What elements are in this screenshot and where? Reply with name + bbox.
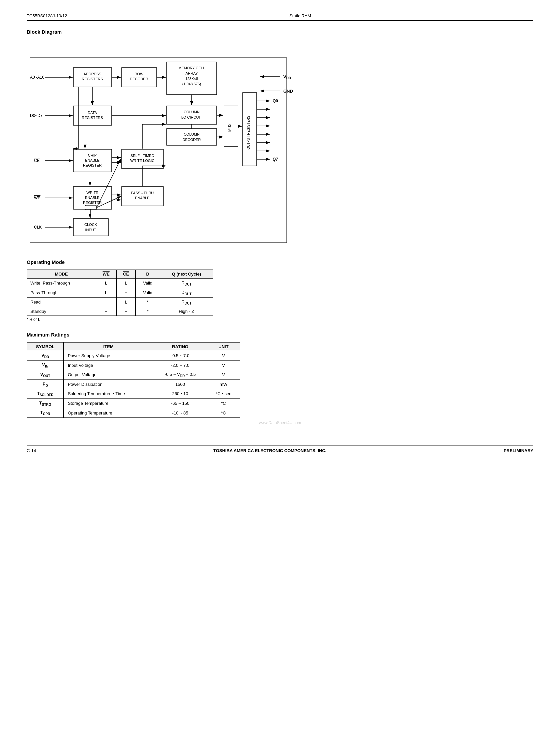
cell-d: * bbox=[136, 298, 160, 307]
footer-left: C-14 bbox=[27, 448, 36, 453]
col-header-symbol: SYMBOL bbox=[27, 342, 64, 351]
svg-text:COLUMN: COLUMN bbox=[184, 110, 200, 114]
cell-symbol: TSOLDER bbox=[27, 389, 64, 399]
cell-unit: V bbox=[207, 351, 240, 361]
cell-mode: Pass-Through bbox=[27, 288, 96, 298]
svg-rect-93 bbox=[30, 58, 287, 243]
cell-q: DOUT bbox=[160, 279, 213, 288]
cell-rating: 260 • 10 bbox=[153, 389, 207, 399]
svg-text:VDD: VDD bbox=[283, 74, 291, 80]
cell-item: Operating Temperature bbox=[64, 408, 153, 418]
svg-rect-36 bbox=[73, 219, 108, 236]
svg-text:DATA: DATA bbox=[88, 110, 97, 115]
svg-text:(1,048,576): (1,048,576) bbox=[182, 82, 201, 86]
header-left: TC55BS8128J-10/12 bbox=[27, 13, 67, 18]
svg-text:REGISTERS: REGISTERS bbox=[82, 116, 103, 120]
table-row: VINInput Voltage-2.0 ~ 7.0V bbox=[27, 361, 240, 370]
block-diagram-svg: ADDRESS REGISTERS ROW DECODER MEMORY CEL… bbox=[27, 39, 293, 246]
cell-d: Valid bbox=[136, 279, 160, 288]
col-header-ce: CE bbox=[116, 270, 136, 279]
cell-item: Output Voltage bbox=[64, 370, 153, 380]
svg-text:WRITE: WRITE bbox=[86, 190, 98, 195]
cell-unit: mW bbox=[207, 380, 240, 389]
svg-text:CLOCK: CLOCK bbox=[84, 223, 97, 227]
cell-symbol: PD bbox=[27, 380, 64, 389]
svg-text:ENABLE: ENABLE bbox=[135, 196, 149, 200]
operating-mode-section: Operating Mode MODE WE CE D Q (next Cycl… bbox=[27, 259, 533, 322]
table-row: TSTRGStorage Temperature-65 ~ 150°C bbox=[27, 399, 240, 408]
cell-item: Power Dissipation bbox=[64, 380, 153, 389]
svg-text:GND: GND bbox=[283, 89, 293, 94]
page-header: TC55BS8128J-10/12 Static RAM bbox=[27, 13, 533, 21]
table-row: ReadHL*DOUT bbox=[27, 298, 213, 307]
col-header-mode: MODE bbox=[27, 270, 96, 279]
svg-text:ADDRESS: ADDRESS bbox=[83, 72, 101, 76]
cell-mode: Read bbox=[27, 298, 96, 307]
col-header-unit: UNIT bbox=[207, 342, 240, 351]
table-row: StandbyHH*High - Z bbox=[27, 307, 213, 315]
svg-text:SELF - TIMED: SELF - TIMED bbox=[130, 154, 154, 158]
cell-unit: °C • sec bbox=[207, 389, 240, 399]
svg-text:DECODER: DECODER bbox=[130, 77, 148, 81]
table-row: Pass-ThroughLHValidDOUT bbox=[27, 288, 213, 298]
cell-we: H bbox=[96, 307, 116, 315]
col-header-d: D bbox=[136, 270, 160, 279]
cell-symbol: VOUT bbox=[27, 370, 64, 380]
svg-text:PASS - THRU: PASS - THRU bbox=[131, 191, 154, 195]
maximum-ratings-section: Maximum Ratings SYMBOL ITEM RATING UNIT … bbox=[27, 332, 533, 425]
block-diagram-container: ADDRESS REGISTERS ROW DECODER MEMORY CEL… bbox=[27, 39, 293, 246]
svg-text:CE: CE bbox=[34, 158, 40, 163]
svg-text:WRITE LOGIC: WRITE LOGIC bbox=[130, 159, 155, 163]
svg-text:REGISTERS: REGISTERS bbox=[82, 77, 103, 81]
cell-mode: Write, Pass-Through bbox=[27, 279, 96, 288]
cell-unit: °C bbox=[207, 408, 240, 418]
svg-rect-16 bbox=[167, 129, 217, 145]
op-mode-footnote: * H or L bbox=[27, 317, 533, 322]
cell-item: Input Voltage bbox=[64, 361, 153, 370]
cell-q: DOUT bbox=[160, 298, 213, 307]
cell-symbol: TOPR bbox=[27, 408, 64, 418]
cell-symbol: VIN bbox=[27, 361, 64, 370]
svg-text:CHIP: CHIP bbox=[88, 153, 97, 157]
svg-text:OUTPUT REGISTERS: OUTPUT REGISTERS bbox=[247, 116, 250, 149]
svg-text:COLUMN: COLUMN bbox=[184, 132, 200, 136]
cell-item: Storage Temperature bbox=[64, 399, 153, 408]
cell-unit: °C bbox=[207, 399, 240, 408]
cell-rating: -65 ~ 150 bbox=[153, 399, 207, 408]
cell-rating: -10 ~ 85 bbox=[153, 408, 207, 418]
cell-rating: -2.0 ~ 7.0 bbox=[153, 361, 207, 370]
svg-text:I/O CIRCUIT: I/O CIRCUIT bbox=[181, 115, 202, 119]
cell-unit: V bbox=[207, 361, 240, 370]
col-header-rating: RATING bbox=[153, 342, 207, 351]
svg-text:D0~D7: D0~D7 bbox=[30, 113, 43, 118]
cell-d: Valid bbox=[136, 288, 160, 298]
svg-text:INPUT: INPUT bbox=[85, 228, 96, 232]
table-row: VDDPower Supply Voltage-0.5 ~ 7.0V bbox=[27, 351, 240, 361]
col-header-we: WE bbox=[96, 270, 116, 279]
svg-text:WE: WE bbox=[34, 196, 40, 200]
svg-text:CLK: CLK bbox=[34, 225, 42, 229]
svg-text:MEMORY CELL: MEMORY CELL bbox=[178, 66, 205, 70]
svg-text:A0~A16: A0~A16 bbox=[30, 75, 44, 80]
cell-symbol: TSTRG bbox=[27, 399, 64, 408]
cell-symbol: VDD bbox=[27, 351, 64, 361]
svg-text:128K×8: 128K×8 bbox=[185, 77, 198, 81]
svg-text:MUX: MUX bbox=[228, 123, 232, 131]
table-row: PDPower Dissipation1500mW bbox=[27, 380, 240, 389]
table-row: VOUTOutput Voltage-0.5 ~ VDD + 0.5V bbox=[27, 370, 240, 380]
footer-right: PRELIMINARY bbox=[504, 448, 533, 453]
cell-rating: -0.5 ~ VDD + 0.5 bbox=[153, 370, 207, 380]
footer-center: TOSHIBA AMERICA ELECTRONIC COMPONENTS, I… bbox=[213, 448, 326, 453]
block-diagram-title: Block Diagram bbox=[27, 29, 533, 35]
cell-d: * bbox=[136, 307, 160, 315]
cell-mode: Standby bbox=[27, 307, 96, 315]
cell-we: H bbox=[96, 298, 116, 307]
col-header-q: Q (next Cycle) bbox=[160, 270, 213, 279]
table-row: TSOLDERSoldering Temperature • Time260 •… bbox=[27, 389, 240, 399]
maximum-ratings-table: SYMBOL ITEM RATING UNIT VDDPower Supply … bbox=[27, 342, 240, 418]
watermark: www.DataSheet4U.com bbox=[27, 421, 533, 425]
svg-text:REGISTER: REGISTER bbox=[83, 163, 102, 167]
operating-mode-table: MODE WE CE D Q (next Cycle) Write, Pass-… bbox=[27, 269, 213, 316]
svg-text:ROW: ROW bbox=[135, 72, 144, 76]
cell-rating: 1500 bbox=[153, 380, 207, 389]
